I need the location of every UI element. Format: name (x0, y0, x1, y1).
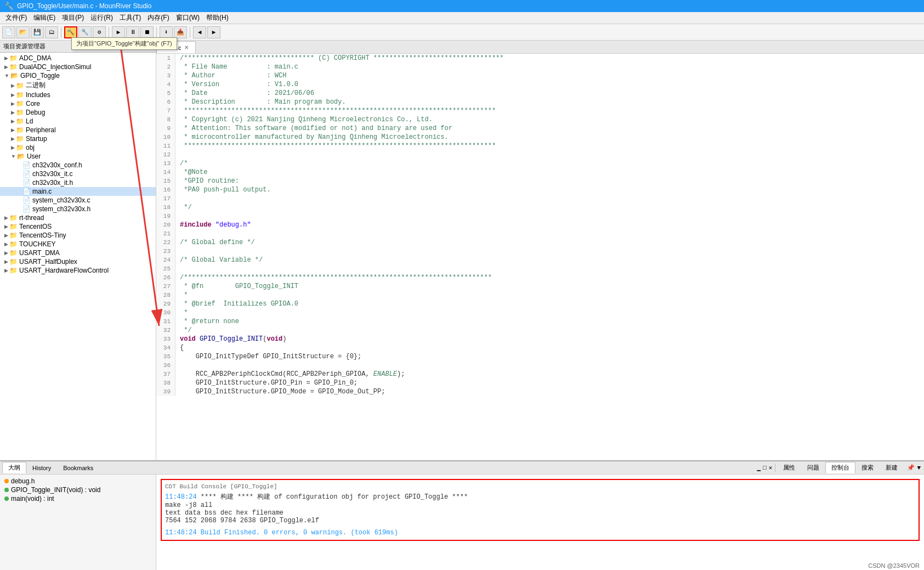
tab-console[interactable]: 控制台 (825, 462, 855, 473)
menu-run[interactable]: 运行(R) (87, 12, 116, 24)
code-line-19: 19 (156, 212, 924, 221)
tree-item-system-h[interactable]: ▶ 📄 system_ch32v30x.h (0, 205, 156, 213)
pin-icon[interactable]: 📌 (906, 463, 916, 472)
tree-item-it-h[interactable]: ▶ 📄 ch32v30x_it.h (0, 178, 156, 187)
outline-item-main[interactable]: main(void) : int (3, 494, 152, 503)
tree-label: ch32v30x_conf.h (32, 161, 82, 169)
window-title: GPIO_Toggle/User/main.c - MounRiver Stud… (17, 2, 151, 10)
toolbar-debug2[interactable]: ⏸ (126, 26, 139, 38)
folder-icon: 📁 (9, 54, 18, 62)
tree-item-tencentos[interactable]: ▶ 📁 TencentOS (0, 222, 156, 231)
tree-item-usart-hwflow[interactable]: ▶ 📁 USART_HardwareFlowControl (0, 266, 156, 275)
tree-item-user[interactable]: ▼ 📂 User (0, 152, 156, 161)
menu-file[interactable]: 文件(F) (2, 12, 30, 24)
tree-label: rt-thread (19, 214, 44, 222)
toolbar-build2[interactable]: 🔧 (78, 26, 92, 38)
code-line-31: 31 * @return none (156, 317, 924, 326)
tree-item-conf-h[interactable]: ▶ 📄 ch32v30x_conf.h (0, 161, 156, 170)
menu-edit[interactable]: 编辑(E) (30, 12, 59, 24)
tree-item-usart-halfduplex[interactable]: ▶ 📁 USART_HalfDuplex (0, 257, 156, 266)
code-line-14: 14 *@Note (156, 168, 924, 177)
console-data: 7564 152 2068 9784 2638 GPIO_Toggle.elf (165, 517, 319, 524)
sep1 (61, 27, 61, 38)
tab-search[interactable]: 搜索 (855, 462, 880, 473)
toolbar-build[interactable]: 🔨 (64, 26, 77, 38)
minimize-panel-icon[interactable]: ▁ (756, 463, 762, 472)
console-make: make -j8 all (165, 501, 212, 509)
outline-item-debug[interactable]: debug.h (3, 477, 152, 486)
tree-item-ld[interactable]: ▶ 📁 Ld (0, 117, 156, 126)
tree-item-startup[interactable]: ▶ 📁 Startup (0, 134, 156, 143)
tree-label: Ld (26, 117, 33, 125)
tree-item-gpio-toggle[interactable]: ▼ 📂 GPIO_Toggle (0, 71, 156, 80)
outline-dot-icon (4, 496, 9, 501)
code-line-36: 36 (156, 361, 924, 370)
close-panel-icon[interactable]: ✕ (768, 463, 774, 472)
tree-item-rtthread[interactable]: ▶ 📁 rt-thread (0, 213, 156, 222)
toolbar-open[interactable]: 📂 (16, 26, 30, 38)
console-finish-text: Build Finished. 0 errors, 0 warnings. (t… (201, 529, 398, 537)
tree-item-main-c[interactable]: ▶ 📄 main.c (0, 187, 156, 196)
tree-item-debug-folder[interactable]: ▶ 📁 Debug (0, 108, 156, 117)
toolbar-download2[interactable]: 📥 (174, 26, 187, 38)
tree-item-touchkey[interactable]: ▶ 📁 TOUCHKEY (0, 240, 156, 249)
bottom-panel: 大纲 History Bookmarks ▁ □ ✕ 属性 问题 控制台 搜索 … (0, 460, 924, 570)
tree-label: Includes (26, 91, 50, 99)
folder-icon: 📁 (16, 82, 24, 89)
tree-item-tencentos-tiny[interactable]: ▶ 📁 TencentOS-Tiny (0, 231, 156, 240)
tree-item-peripheral[interactable]: ▶ 📁 Peripheral (0, 126, 156, 134)
tree-item-core[interactable]: ▶ 📁 Core (0, 99, 156, 108)
project-tree: ▶ 📁 ADC_DMA ▶ 📁 DualADC_InjectionSimul ▼… (0, 53, 156, 460)
toolbar-new[interactable]: 📄 (2, 26, 15, 38)
tab-problems[interactable]: 问题 (801, 462, 825, 473)
arrow-icon: ▶ (4, 241, 8, 247)
code-line-4: 4 * Version : V1.0.0 (156, 80, 924, 89)
tab-bookmarks[interactable]: Bookmarks (57, 463, 99, 473)
tree-item-it-c[interactable]: ▶ 📄 ch32v30x_it.c (0, 170, 156, 178)
console-text2: **** 构建 of configuration obj for project… (237, 493, 468, 501)
arrow-icon: ▶ (11, 83, 15, 88)
arrow-icon: ▶ (11, 118, 15, 124)
status-text: CSDN @2345VOR (868, 562, 920, 569)
toolbar-download[interactable]: ⬇ (160, 26, 173, 38)
menu-window[interactable]: 窗口(W) (173, 12, 203, 24)
code-line-1: 1 /********************************* (C)… (156, 54, 924, 63)
tree-item-includes[interactable]: ▶ 📁 Includes (0, 91, 156, 99)
tab-new[interactable]: 新建 (880, 462, 904, 473)
toolbar-save-all[interactable]: 🗂 (45, 26, 58, 38)
maximize-panel-icon[interactable]: □ (762, 464, 768, 472)
tree-item-system-c[interactable]: ▶ 📄 system_ch32v30x.c (0, 196, 156, 205)
outline-panel: debug.h GPIO_Toggle_INIT(void) : void ma… (0, 475, 156, 570)
toolbar-back[interactable]: ◀ (193, 26, 206, 38)
menu-memory[interactable]: 内存(F) (144, 12, 172, 24)
menu-help[interactable]: 帮助(H) (203, 12, 232, 24)
toolbar-save[interactable]: 💾 (31, 26, 44, 38)
arrow-icon: ▶ (11, 136, 15, 142)
tab-history[interactable]: History (26, 463, 57, 473)
toolbar-build3[interactable]: ⚙ (93, 26, 106, 38)
tree-item-dualadc[interactable]: ▶ 📁 DualADC_InjectionSimul (0, 63, 156, 71)
code-line-13: 13 /* (156, 159, 924, 168)
tree-item-usart-dma[interactable]: ▶ 📁 USART_DMA (0, 249, 156, 257)
tree-item-binary[interactable]: ▶ 📁 二进制 (0, 80, 156, 91)
tree-item-obj[interactable]: ▶ 📁 obj (0, 143, 156, 152)
arrow-icon: ▶ (11, 101, 15, 106)
tree-item-adc-dma[interactable]: ▶ 📁 ADC_DMA (0, 54, 156, 63)
console-menu-icon[interactable]: ▼ (916, 464, 922, 472)
tab-outline[interactable]: 大纲 (2, 462, 26, 473)
code-line-26: 26 /************************************… (156, 273, 924, 282)
toolbar-debug[interactable]: ▶ (112, 26, 125, 38)
menu-project[interactable]: 项目(P) (59, 12, 87, 24)
outline-item-gpio-init[interactable]: GPIO_Toggle_INIT(void) : void (3, 486, 152, 494)
tab-properties[interactable]: 属性 (777, 462, 801, 473)
tab-sep (775, 464, 775, 472)
menu-tools[interactable]: 工具(T) (116, 12, 144, 24)
tab-close[interactable]: ✕ (184, 44, 189, 50)
toolbar-forward[interactable]: ▶ (207, 26, 220, 38)
toolbar-stop[interactable]: ⏹ (140, 26, 154, 38)
arrow-icon: ▶ (11, 92, 15, 98)
code-editor[interactable]: 1 /********************************* (C)… (156, 54, 924, 460)
code-line-22: 22 /* Global define */ (156, 238, 924, 247)
code-line-39: 39 GPIO_InitStructure.GPIO_Mode = GPIO_M… (156, 387, 924, 396)
code-line-7: 7 **************************************… (156, 106, 924, 115)
